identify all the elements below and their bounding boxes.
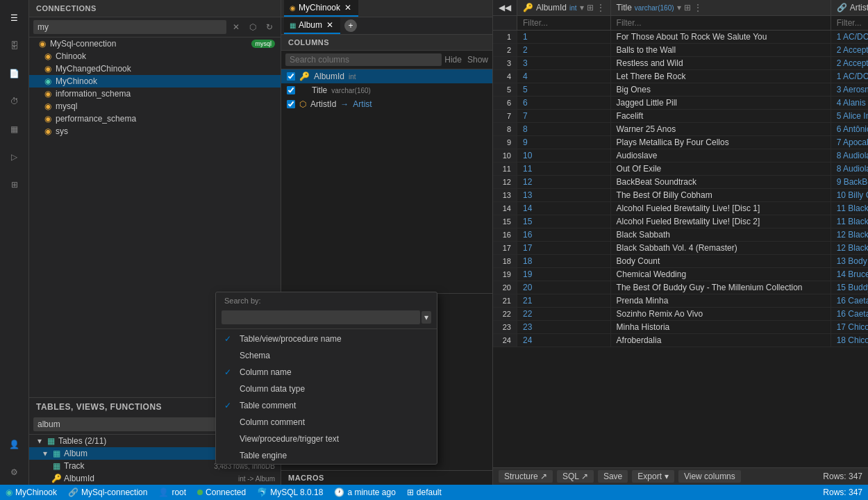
albumid-col-item[interactable]: 🔑 AlbumId int -> Album	[29, 472, 281, 485]
file-icon[interactable]: 📄	[2, 61, 27, 86]
table-icon[interactable]: ▦	[2, 117, 27, 142]
table-row[interactable]: 4 4 Let There Be Rock 1 AC/DC	[493, 70, 868, 83]
menu-icon[interactable]: ☰	[2, 6, 27, 31]
mysql-db-item[interactable]: ◉ mysql	[29, 100, 281, 112]
connections-search-input[interactable]	[33, 20, 226, 34]
filter-column-comment-item[interactable]: ✓ Column comment	[281, 414, 437, 431]
database-icon[interactable]: 🗄	[2, 33, 27, 58]
table-row[interactable]: 2 2 Balls to the Wall 2 Accept	[493, 44, 868, 57]
table-row[interactable]: 23 23 Minha Historia 17 Chico Bu	[493, 321, 868, 334]
sys-item[interactable]: ◉ sys	[29, 125, 281, 138]
albumid-cell: 5	[517, 83, 611, 97]
table-row[interactable]: 7 7 Facelift 5 Alice In C	[493, 110, 868, 123]
status-version: 🐬 MySQL 8.0.18	[257, 488, 323, 497]
title-filter-icon[interactable]: ⊞	[684, 3, 691, 12]
clear-search-icon[interactable]: ✕	[229, 20, 243, 34]
user-icon[interactable]: 👤	[2, 432, 27, 457]
title-cell: Balls to the Wall	[610, 44, 831, 57]
performance-schema-item[interactable]: ◉ performance_schema	[29, 112, 281, 125]
artistid-cell: 16 Caetano	[831, 294, 868, 308]
filter-icon[interactable]: ⬡	[246, 20, 260, 34]
mysql-connection-item[interactable]: ◉ MySql-connection mysql	[29, 38, 281, 50]
structure-button[interactable]: Structure ↗	[499, 470, 553, 483]
table-row[interactable]: 11 11 Out Of Exile 8 Audiolav	[493, 162, 868, 176]
sql-button[interactable]: SQL ↗	[557, 470, 594, 483]
view-columns-button[interactable]: View columns	[678, 470, 741, 483]
hide-columns-btn[interactable]: Hide	[444, 55, 462, 65]
table-row[interactable]: 22 22 Sozinho Remix Ao Vivo 16 Caetano	[493, 308, 868, 321]
columns-search-input[interactable]	[285, 53, 442, 66]
filters-dropdown-chevron[interactable]: ▾	[422, 311, 431, 324]
title-cell: Sozinho Remix Ao Vivo	[610, 308, 831, 321]
filters-search-input[interactable]	[281, 310, 420, 324]
mychinook-item[interactable]: ◉ MyChinook	[29, 75, 281, 88]
information-schema-item[interactable]: ◉ information_schema	[29, 88, 281, 100]
triangle-icon[interactable]: ▷	[2, 144, 27, 169]
sub-tabs-bar: ▦ Album ✕ +	[281, 17, 492, 35]
table-row[interactable]: 16 16 Black Sabbath 12 Black Sa	[493, 228, 868, 242]
history-icon[interactable]: ⏱	[2, 89, 27, 114]
albumid-menu-icon[interactable]: ⋮	[596, 3, 605, 12]
layers-icon[interactable]: ⊞	[2, 172, 27, 197]
artistid-filter-input[interactable]	[834, 17, 868, 28]
title-checkbox[interactable]	[287, 86, 295, 94]
artistid-cell: 1 AC/DC	[831, 70, 868, 83]
table-row[interactable]: 12 12 BackBeat Soundtrack 9 BackBeat	[493, 176, 868, 189]
filter-column-name-item[interactable]: ✓ Column name	[281, 364, 437, 381]
tab-album[interactable]: ▦ Album ✕	[284, 17, 340, 34]
table-row[interactable]: 6 6 Jagged Little Pill 4 Alanis Mo	[493, 97, 868, 110]
table-row[interactable]: 15 15 Alcohol Fueled Brewtality Live! [D…	[493, 215, 868, 228]
albumid-sort-icon[interactable]: ▾	[580, 3, 584, 12]
close-album-tab-icon[interactable]: ✕	[325, 20, 335, 30]
table-row[interactable]: 21 21 Prenda Minha 16 Caetano	[493, 294, 868, 308]
filter-view-trigger-item[interactable]: ✓ View/procedure/trigger text	[281, 431, 437, 447]
albumid-cell: 17	[517, 242, 611, 255]
albumid-column-item[interactable]: 🔑 AlbumId int	[281, 69, 492, 83]
new-tab-button[interactable]: +	[344, 19, 357, 32]
table-row[interactable]: 13 13 The Best Of Billy Cobham 10 Billy …	[493, 189, 868, 202]
gear-icon[interactable]: ⚙	[2, 460, 27, 485]
title-sort-icon[interactable]: ▾	[677, 3, 681, 12]
table-row[interactable]: 1 1 For Those About To Rock We Salute Yo…	[493, 31, 868, 44]
title-column-item[interactable]: Title varchar(160)	[281, 83, 492, 97]
filter-table-engine-item[interactable]: ✓ Table engine	[281, 447, 437, 464]
artistid-column-item[interactable]: ⬡ ArtistId → Artist	[281, 97, 492, 111]
table-row[interactable]: 20 20 The Best Of Buddy Guy - The Millen…	[493, 281, 868, 294]
table-row[interactable]: 14 14 Alcohol Fueled Brewtality Live! [D…	[493, 202, 868, 215]
artistid-checkbox[interactable]	[287, 100, 295, 108]
tables-search-input[interactable]	[33, 417, 226, 431]
table-row[interactable]: 5 5 Big Ones 3 Aerosmith	[493, 83, 868, 97]
table-row[interactable]: 24 24 Afroberdalia 18 Chico So	[493, 334, 868, 347]
filter-schema-item[interactable]: ✓ Schema	[281, 347, 437, 364]
chinook-item[interactable]: ◉ Chinook	[29, 50, 281, 62]
albumid-filter-input[interactable]	[520, 17, 608, 28]
albumid-filter-icon[interactable]: ⊞	[587, 3, 594, 12]
table-row[interactable]: 18 18 Body Count 13 Body Co	[493, 255, 868, 268]
show-columns-btn[interactable]: Show	[467, 55, 488, 65]
status-connection[interactable]: 🔗 MySql-connection	[68, 488, 147, 497]
table-row[interactable]: 19 19 Chemical Wedding 14 Bruce Di	[493, 268, 868, 281]
albumid-cell: 6	[517, 97, 611, 110]
mychangedchinook-item[interactable]: ◉ MyChangedChinook	[29, 62, 281, 75]
table-row[interactable]: 17 17 Black Sabbath Vol. 4 (Remaster) 12…	[493, 242, 868, 255]
albumid-checkbox[interactable]	[287, 72, 295, 81]
status-user[interactable]: 👤 root	[158, 488, 186, 497]
table-row[interactable]: 8 8 Warner 25 Anos 6 Antônio C	[493, 123, 868, 136]
table-row[interactable]: 3 3 Restless and Wild 2 Accept	[493, 57, 868, 70]
mychangedchinook-db-icon: ◉	[43, 64, 53, 74]
close-mychinook-tab-icon[interactable]: ✕	[343, 3, 353, 12]
status-db[interactable]: ◉ MyChinook	[6, 488, 57, 497]
filter-column-type-item[interactable]: ✓ Column data type	[281, 381, 437, 397]
nav-back-btn[interactable]: ◀◀	[493, 0, 517, 16]
refresh-connections-icon[interactable]: ↻	[262, 20, 276, 34]
table-row[interactable]: 10 10 Audioslave 8 Audiolav	[493, 149, 868, 162]
export-button[interactable]: Export ▾	[632, 470, 674, 483]
tab-mychinook[interactable]: ◉ MyChinook ✕	[284, 0, 358, 17]
table-row[interactable]: 9 9 Plays Metallica By Four Cellos 7 Apo…	[493, 136, 868, 149]
data-grid[interactable]: ◀◀ 🔑 AlbumId int ▾ ⊞ ⋮	[493, 0, 868, 467]
title-menu-icon[interactable]: ⋮	[694, 3, 702, 12]
filter-table-comment-item[interactable]: ✓ Table comment	[281, 397, 437, 414]
title-filter-input[interactable]	[614, 17, 828, 28]
filter-table-name-item[interactable]: ✓ Table/view/procedure name	[281, 331, 437, 347]
save-button[interactable]: Save	[598, 470, 628, 483]
